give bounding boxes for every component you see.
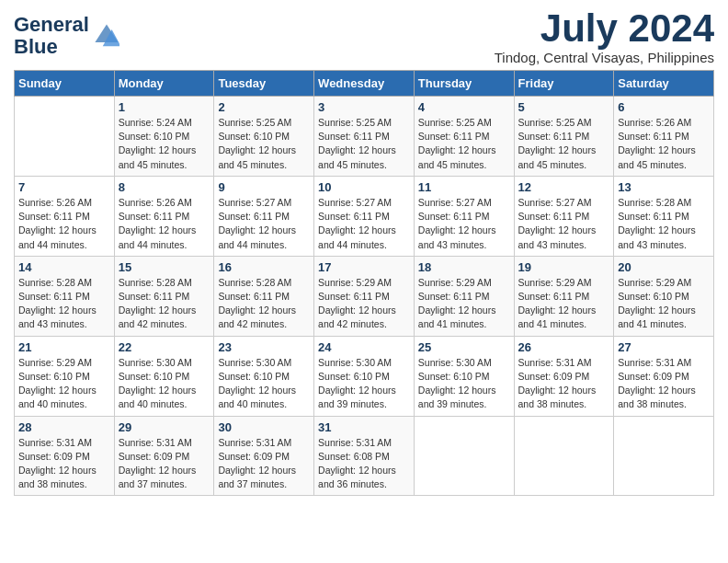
day-info: Sunrise: 5:25 AM Sunset: 6:11 PM Dayligh… <box>518 116 610 172</box>
day-number: 26 <box>518 340 610 354</box>
day-number: 15 <box>119 260 210 274</box>
day-of-week-header: Monday <box>114 71 214 97</box>
day-info: Sunrise: 5:25 AM Sunset: 6:11 PM Dayligh… <box>418 116 510 172</box>
calendar-cell: 6Sunrise: 5:26 AM Sunset: 6:11 PM Daylig… <box>614 97 714 177</box>
calendar-cell: 23Sunrise: 5:30 AM Sunset: 6:10 PM Dayli… <box>214 336 314 416</box>
day-number: 13 <box>618 180 710 194</box>
day-info: Sunrise: 5:29 AM Sunset: 6:10 PM Dayligh… <box>618 276 710 332</box>
calendar-cell: 7Sunrise: 5:26 AM Sunset: 6:11 PM Daylig… <box>15 176 115 256</box>
day-info: Sunrise: 5:28 AM Sunset: 6:11 PM Dayligh… <box>119 276 210 332</box>
day-number: 5 <box>518 100 610 114</box>
day-info: Sunrise: 5:24 AM Sunset: 6:10 PM Dayligh… <box>119 116 210 172</box>
calendar-cell: 31Sunrise: 5:31 AM Sunset: 6:08 PM Dayli… <box>314 416 415 496</box>
calendar-cell: 30Sunrise: 5:31 AM Sunset: 6:09 PM Dayli… <box>214 416 314 496</box>
calendar-cell: 18Sunrise: 5:29 AM Sunset: 6:11 PM Dayli… <box>414 256 514 336</box>
calendar-cell: 3Sunrise: 5:25 AM Sunset: 6:11 PM Daylig… <box>314 97 415 177</box>
calendar-cell: 14Sunrise: 5:28 AM Sunset: 6:11 PM Dayli… <box>15 256 115 336</box>
calendar-cell <box>614 416 714 496</box>
day-number: 4 <box>418 100 510 114</box>
day-number: 19 <box>518 260 610 274</box>
day-info: Sunrise: 5:25 AM Sunset: 6:10 PM Dayligh… <box>218 116 310 172</box>
day-number: 11 <box>418 180 510 194</box>
page-header: General Blue July 2024 Tindog, Central V… <box>14 9 714 65</box>
day-number: 31 <box>318 420 410 434</box>
days-of-week-row: SundayMondayTuesdayWednesdayThursdayFrid… <box>15 71 714 97</box>
calendar-cell: 25Sunrise: 5:30 AM Sunset: 6:10 PM Dayli… <box>414 336 514 416</box>
day-info: Sunrise: 5:29 AM Sunset: 6:11 PM Dayligh… <box>518 276 610 332</box>
calendar-cell <box>514 416 614 496</box>
calendar-cell: 1Sunrise: 5:24 AM Sunset: 6:10 PM Daylig… <box>114 97 214 177</box>
calendar-cell: 26Sunrise: 5:31 AM Sunset: 6:09 PM Dayli… <box>514 336 614 416</box>
calendar-cell: 22Sunrise: 5:30 AM Sunset: 6:10 PM Dayli… <box>114 336 214 416</box>
calendar-cell: 29Sunrise: 5:31 AM Sunset: 6:09 PM Dayli… <box>114 416 214 496</box>
day-info: Sunrise: 5:29 AM Sunset: 6:10 PM Dayligh… <box>18 356 110 412</box>
calendar-week-row: 7Sunrise: 5:26 AM Sunset: 6:11 PM Daylig… <box>15 176 714 256</box>
day-number: 9 <box>218 180 310 194</box>
day-number: 18 <box>418 260 510 274</box>
calendar-cell <box>414 416 514 496</box>
day-info: Sunrise: 5:29 AM Sunset: 6:11 PM Dayligh… <box>418 276 510 332</box>
calendar-cell <box>15 97 115 177</box>
day-info: Sunrise: 5:28 AM Sunset: 6:11 PM Dayligh… <box>18 276 110 332</box>
day-info: Sunrise: 5:31 AM Sunset: 6:09 PM Dayligh… <box>518 356 610 412</box>
calendar-cell: 17Sunrise: 5:29 AM Sunset: 6:11 PM Dayli… <box>314 256 415 336</box>
calendar-week-row: 14Sunrise: 5:28 AM Sunset: 6:11 PM Dayli… <box>15 256 714 336</box>
day-number: 3 <box>318 100 410 114</box>
day-info: Sunrise: 5:29 AM Sunset: 6:11 PM Dayligh… <box>318 276 410 332</box>
calendar-week-row: 21Sunrise: 5:29 AM Sunset: 6:10 PM Dayli… <box>15 336 714 416</box>
day-info: Sunrise: 5:26 AM Sunset: 6:11 PM Dayligh… <box>18 196 110 252</box>
day-info: Sunrise: 5:30 AM Sunset: 6:10 PM Dayligh… <box>119 356 210 412</box>
day-info: Sunrise: 5:27 AM Sunset: 6:11 PM Dayligh… <box>318 196 410 252</box>
day-number: 27 <box>618 340 710 354</box>
day-number: 25 <box>418 340 510 354</box>
calendar-cell: 2Sunrise: 5:25 AM Sunset: 6:10 PM Daylig… <box>214 97 314 177</box>
day-number: 30 <box>218 420 310 434</box>
day-info: Sunrise: 5:30 AM Sunset: 6:10 PM Dayligh… <box>418 356 510 412</box>
day-of-week-header: Sunday <box>15 71 115 97</box>
day-number: 20 <box>618 260 710 274</box>
calendar-cell: 8Sunrise: 5:26 AM Sunset: 6:11 PM Daylig… <box>114 176 214 256</box>
day-number: 1 <box>119 100 210 114</box>
calendar-cell: 27Sunrise: 5:31 AM Sunset: 6:09 PM Dayli… <box>614 336 714 416</box>
calendar-body: 1Sunrise: 5:24 AM Sunset: 6:10 PM Daylig… <box>15 97 714 496</box>
day-info: Sunrise: 5:30 AM Sunset: 6:10 PM Dayligh… <box>318 356 410 412</box>
day-info: Sunrise: 5:27 AM Sunset: 6:11 PM Dayligh… <box>218 196 310 252</box>
calendar-cell: 20Sunrise: 5:29 AM Sunset: 6:10 PM Dayli… <box>614 256 714 336</box>
day-info: Sunrise: 5:28 AM Sunset: 6:11 PM Dayligh… <box>218 276 310 332</box>
day-of-week-header: Wednesday <box>314 71 415 97</box>
day-number: 10 <box>318 180 410 194</box>
calendar-cell: 4Sunrise: 5:25 AM Sunset: 6:11 PM Daylig… <box>414 97 514 177</box>
day-number: 23 <box>218 340 310 354</box>
logo-text: General Blue <box>14 14 89 58</box>
day-info: Sunrise: 5:25 AM Sunset: 6:11 PM Dayligh… <box>318 116 410 172</box>
day-number: 22 <box>119 340 210 354</box>
calendar-cell: 13Sunrise: 5:28 AM Sunset: 6:11 PM Dayli… <box>614 176 714 256</box>
calendar-cell: 24Sunrise: 5:30 AM Sunset: 6:10 PM Dayli… <box>314 336 415 416</box>
day-number: 16 <box>218 260 310 274</box>
day-of-week-header: Thursday <box>414 71 514 97</box>
day-of-week-header: Saturday <box>614 71 714 97</box>
calendar-week-row: 28Sunrise: 5:31 AM Sunset: 6:09 PM Dayli… <box>15 416 714 496</box>
calendar-header: SundayMondayTuesdayWednesdayThursdayFrid… <box>15 71 714 97</box>
calendar-cell: 11Sunrise: 5:27 AM Sunset: 6:11 PM Dayli… <box>414 176 514 256</box>
day-info: Sunrise: 5:31 AM Sunset: 6:08 PM Dayligh… <box>318 436 410 492</box>
calendar-cell: 19Sunrise: 5:29 AM Sunset: 6:11 PM Dayli… <box>514 256 614 336</box>
calendar-cell: 15Sunrise: 5:28 AM Sunset: 6:11 PM Dayli… <box>114 256 214 336</box>
location-subtitle: Tindog, Central Visayas, Philippines <box>495 50 714 65</box>
day-info: Sunrise: 5:30 AM Sunset: 6:10 PM Dayligh… <box>218 356 310 412</box>
day-info: Sunrise: 5:31 AM Sunset: 6:09 PM Dayligh… <box>18 436 110 492</box>
logo: General Blue <box>14 14 119 58</box>
day-info: Sunrise: 5:26 AM Sunset: 6:11 PM Dayligh… <box>119 196 210 252</box>
calendar-cell: 5Sunrise: 5:25 AM Sunset: 6:11 PM Daylig… <box>514 97 614 177</box>
day-number: 6 <box>618 100 710 114</box>
day-info: Sunrise: 5:27 AM Sunset: 6:11 PM Dayligh… <box>518 196 610 252</box>
month-year-title: July 2024 <box>495 9 714 48</box>
day-number: 21 <box>18 340 110 354</box>
day-number: 14 <box>18 260 110 274</box>
day-number: 28 <box>18 420 110 434</box>
day-number: 29 <box>119 420 210 434</box>
day-info: Sunrise: 5:28 AM Sunset: 6:11 PM Dayligh… <box>618 196 710 252</box>
day-info: Sunrise: 5:26 AM Sunset: 6:11 PM Dayligh… <box>618 116 710 172</box>
calendar-cell: 10Sunrise: 5:27 AM Sunset: 6:11 PM Dayli… <box>314 176 415 256</box>
calendar-cell: 16Sunrise: 5:28 AM Sunset: 6:11 PM Dayli… <box>214 256 314 336</box>
